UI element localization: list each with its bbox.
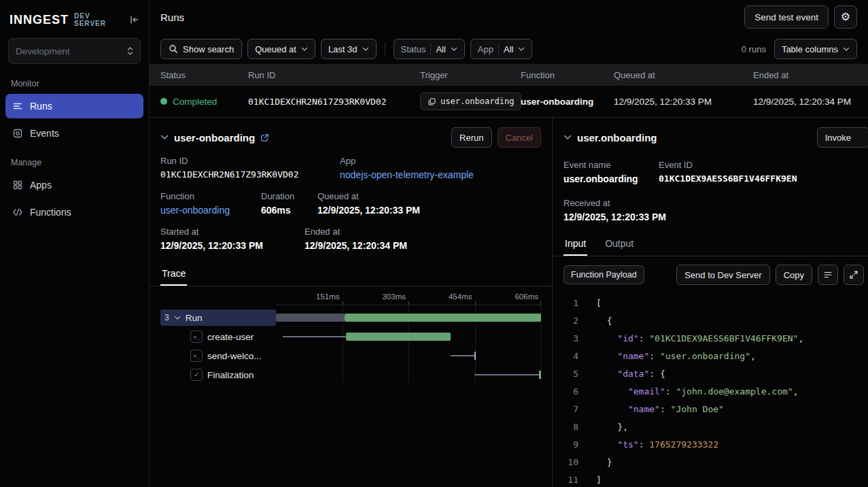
sidebar-item-runs[interactable]: Runs [5,94,143,118]
wrap-text-button[interactable] [818,265,838,285]
chevron-down-icon [451,47,457,52]
run-id-cell: 01KC1DEXCHR2N617Z93RK0VD02 [248,97,420,107]
trace-step[interactable]: >_ send-welco... [160,348,276,364]
app-filter-value: All [504,44,513,54]
function-payload-chip[interactable]: Function Payload [563,265,644,284]
field-label: Started at [160,226,305,237]
cancel-button[interactable]: Cancel [498,127,541,148]
chevron-down-icon [518,47,525,52]
send-to-dev-server-label: Send to Dev Server [684,270,761,280]
sidebar-item-label: Apps [30,180,52,190]
line-number: 11 [553,471,578,487]
trace-segment-bar [346,333,451,341]
line-number: 7 [553,401,578,418]
trace-step[interactable]: ✓ Finalization [160,367,276,383]
expand-button[interactable] [844,265,864,285]
chevron-down-icon[interactable] [563,135,572,140]
event-details-header: user.onboarding Invoke [553,118,868,156]
field-label: App [340,156,474,166]
event-name-field: Event name user.onboarding [563,160,659,184]
invoke-button[interactable]: Invoke [817,127,868,148]
function-field: Function user-onboarding [160,191,261,216]
settings-button[interactable]: ⚙ [834,5,857,29]
sidebar-item-apps[interactable]: Apps [5,173,143,197]
code-text: "data": { [578,365,665,383]
tab-input[interactable]: Input [563,232,587,256]
table-columns-dropdown[interactable]: Table columns [774,39,857,59]
code-lines: 1[2 {3 "id": "01KC1DEX9AESS6BF1V46FFK9EN… [553,295,868,487]
status-filter-label: Status [401,44,426,54]
table-row[interactable]: Completed 01KC1DEXCHR2N617Z93RK0VD02 use… [150,86,868,117]
code-line: 1[ [553,295,868,312]
trace-segment-line [451,355,474,356]
external-link-icon[interactable] [260,133,269,142]
trace-row-label: Finalization [207,370,254,380]
rerun-button[interactable]: Rerun [451,127,491,148]
run-actions: Rerun Cancel [451,127,541,148]
environment-select[interactable]: Development [8,38,141,64]
tick-mark [475,301,476,305]
details-area: user-onboarding Rerun Cancel Run ID 01KC… [150,117,868,487]
runs-icon [12,101,23,112]
field-label: Queued at [317,191,420,201]
chevron-down-icon[interactable] [160,135,169,140]
tick-label: 151ms [316,292,343,301]
wrap-text-icon [823,270,833,280]
app-link[interactable]: nodejs-open-telemetry-example [340,169,474,180]
trace-segment-bar [345,314,541,322]
run-details-header: user-onboarding Rerun Cancel [150,118,552,156]
sidebar-item-functions[interactable]: Functions [5,200,143,224]
send-test-event-button[interactable]: Send test event [744,5,829,29]
field-label: Function [160,191,261,201]
tick-mark [540,301,541,305]
trace-track[interactable] [276,329,541,345]
trace-track[interactable] [276,309,541,326]
queued-at-dropdown[interactable]: Queued at [247,39,315,59]
event-title: user.onboarding [577,132,657,144]
app-filter-dropdown[interactable]: App All [470,39,533,59]
trace-run-toggle[interactable]: 3 Run [160,309,276,326]
column-header-ended-at: Ended at [753,70,857,80]
field-value: 12/9/2025, 12:20:34 PM [305,240,407,251]
trace-step[interactable]: >_ create-user [160,329,276,345]
code-viewer[interactable]: 1[2 {3 "id": "01KC1DEX9AESS6BF1V46FFK9EN… [553,293,868,487]
app-filter-label: App [478,44,493,54]
trigger-badge[interactable]: user.onboarding [420,93,521,110]
sidebar-item-label: Events [30,128,59,139]
column-header-function: Function [521,70,614,80]
function-payload-label: Function Payload [571,270,637,280]
copy-label: Copy [784,270,804,280]
column-header-trigger: Trigger [420,70,521,80]
collapse-sidebar-button[interactable] [127,13,141,27]
expand-icon [849,270,858,280]
function-link[interactable]: user-onboarding [160,205,261,216]
code-line: 3 "id": "01KC1DEX9AESS6BF1V46FFK9EN", [553,330,868,348]
event-id-field: Event ID 01KC1DEX9AESS6BF1V46FFK9EN [659,160,797,184]
rerun-label: Rerun [459,133,483,143]
trace-track[interactable] [276,348,541,364]
send-to-dev-server-button[interactable]: Send to Dev Server [676,265,769,285]
environment-select-value: Development [16,46,70,56]
code-line: 8 }, [553,418,868,436]
sidebar-item-events[interactable]: Events [5,121,143,146]
trace-track[interactable] [276,367,541,383]
status-filter-dropdown[interactable]: Status All [394,39,465,59]
started-at-field: Started at 12/9/2025, 12:20:33 PM [160,226,305,251]
tab-trace[interactable]: Trace [160,262,187,286]
trigger-label: user.onboarding [440,97,514,106]
event-tabbar: Input Output [553,232,868,256]
chevron-down-icon [362,47,369,52]
code-text: "email": "john.doe@example.com", [578,383,798,401]
code-text: [ [578,295,602,312]
app-field: App nodejs-open-telemetry-example [340,156,474,180]
field-label: Run ID [160,156,340,166]
time-range-dropdown[interactable]: Last 3d [321,39,377,59]
runs-count: 0 runs [742,44,766,54]
tab-output[interactable]: Output [604,232,635,256]
copy-button[interactable]: Copy [776,265,812,285]
line-number: 5 [553,365,578,383]
show-search-button[interactable]: Show search [160,39,242,59]
gear-icon: ⚙ [841,12,850,22]
code-text: { [578,312,612,330]
ended-at-field: Ended at 12/9/2025, 12:20:34 PM [305,226,407,251]
